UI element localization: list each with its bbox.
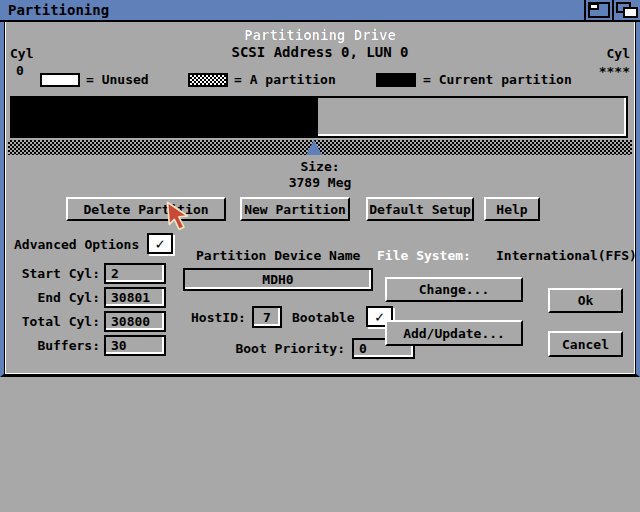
partition-bar[interactable] [10,96,628,138]
cylinder-slider-handle[interactable] [306,140,322,155]
bootable-checkmark-icon: ✓ [375,308,384,326]
end-cyl-label: End Cyl: [0,290,100,305]
delete-partition-button[interactable]: Delete Partition [66,197,226,221]
unused-legend-label: = Unused [86,72,149,87]
device-name-input[interactable]: MDH0 [183,268,373,291]
new-partition-button[interactable]: New Partition [240,197,350,221]
buffers-label: Buffers: [0,338,100,353]
size-label: Size: [0,159,640,174]
advanced-options-checkmark-icon: ✓ [155,235,164,253]
hostid-label: HostID: [191,310,246,325]
total-cyl-label: Total Cyl: [0,314,100,329]
bootable-label: Bootable [292,310,355,325]
depth-icon [616,2,638,18]
boot-priority-label: Boot Priority: [160,341,345,356]
mouse-pointer-icon [166,201,196,234]
help-button[interactable]: Help [484,197,540,221]
end-cyl-input[interactable]: 30801 [104,287,166,308]
workbench-screen: { "colors": { "titlebar_blue": "#6080ba"… [0,0,640,512]
add-update-button[interactable]: Add/Update... [385,320,523,346]
change-button[interactable]: Change... [385,277,523,302]
zoom-icon [588,2,610,18]
titlebar-gadgets [584,0,640,20]
current-partition-swatch [376,73,416,87]
buffers-input[interactable]: 30 [104,335,166,356]
cyl-left-label: Cyl [10,46,33,61]
advanced-options-checkbox[interactable]: ✓ [147,233,173,254]
depth-gadget[interactable] [612,0,640,20]
cyl-left-value: 0 [16,63,24,78]
partition-legend-label: = A partition [234,72,336,87]
start-cyl-label: Start Cyl: [0,266,100,281]
hostid-input[interactable]: 7 [252,306,282,328]
titlebar[interactable]: Partitioning [0,0,640,22]
file-system-label: File System: [377,248,471,263]
current-partition-segment[interactable] [12,98,318,136]
default-setup-button[interactable]: Default Setup [366,197,474,221]
device-name-label: Partition Device Name [196,248,360,263]
dialog-title-white: Partitioning Drive [0,27,640,43]
start-cyl-input[interactable]: 2 [104,263,166,284]
partition-swatch [188,73,228,87]
cyl-right-label: Cyl [560,46,630,61]
advanced-options-label: Advanced Options [14,237,139,252]
window-title: Partitioning [8,2,109,18]
current-partition-legend-label: = Current partition [423,72,572,87]
unused-swatch [40,73,80,87]
size-value: 3789 Meg [0,175,640,190]
total-cyl-input[interactable]: 30800 [104,311,166,332]
ok-button[interactable]: Ok [548,288,623,313]
cancel-button[interactable]: Cancel [548,331,623,357]
dialog-subtitle: SCSI Address 0, LUN 0 [0,44,640,60]
zoom-gadget[interactable] [584,0,612,20]
file-system-value: International(FFS) [496,248,637,263]
